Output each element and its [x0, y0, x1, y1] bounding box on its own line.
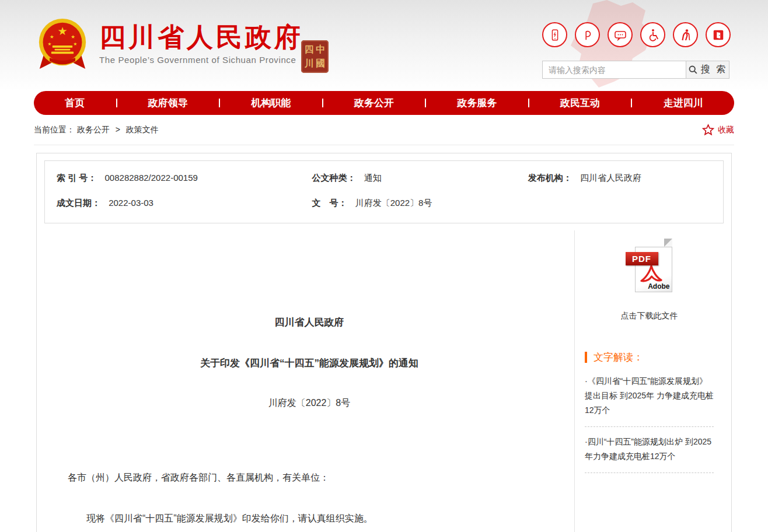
- meta-publisher: 发布机构： 四川省人民政府: [528, 173, 711, 184]
- accessibility-wheelchair-icon[interactable]: [640, 22, 665, 47]
- svg-text:★: ★: [74, 41, 78, 47]
- svg-text:★: ★: [48, 41, 52, 47]
- search-button[interactable]: 搜 索: [686, 61, 729, 78]
- nav-item-government-affairs[interactable]: 政务公开: [354, 96, 394, 110]
- meta-issue-date: 成文日期： 2022-03-03: [57, 198, 312, 209]
- meta-label: 公文种类：: [312, 173, 356, 183]
- svg-text:★: ★: [50, 34, 54, 40]
- pdf-fold-corner: [664, 239, 672, 247]
- document-body: 四川省人民政府 关于印发《四川省“十四五”能源发展规划》的通知 川府发〔2022…: [44, 230, 574, 532]
- nav-item-institutional-functions[interactable]: 机构职能: [251, 96, 291, 110]
- text-interpretation-heading: 文字解读：: [585, 352, 714, 363]
- main-navigation: 首页 政府领导 机构职能 政务公开 政务服务 政民互动 走进四川: [34, 91, 734, 115]
- meta-index-number: 索 引 号： 008282882/2022-00159: [57, 173, 312, 184]
- pdf-file-icon[interactable]: PDF Adobe: [626, 247, 673, 292]
- search-icon: [688, 65, 698, 75]
- breadcrumb-prefix: 当前位置：: [34, 125, 75, 134]
- nav-separator: [528, 99, 529, 107]
- site-subtitle: The People’s Government of Sichuan Provi…: [99, 55, 303, 65]
- mobile-app-icon[interactable]: [542, 22, 567, 47]
- meta-document-type: 公文种类： 通知: [312, 173, 528, 184]
- search-bar: 搜 索: [542, 61, 729, 79]
- meta-label: 成文日期：: [57, 198, 100, 208]
- search-input[interactable]: [543, 61, 686, 78]
- breadcrumb-separator: >: [116, 125, 120, 134]
- document-meta-table: 索 引 号： 008282882/2022-00159 公文种类： 通知 发布机…: [44, 160, 724, 223]
- nav-item-government-leaders[interactable]: 政府领导: [148, 96, 188, 110]
- meta-value: 2022-03-03: [109, 198, 153, 208]
- document-title: 关于印发《四川省“十四五”能源发展规划》的通知: [68, 356, 551, 370]
- nav-item-home[interactable]: 首页: [65, 96, 85, 110]
- site-title-block: 四川省人民政府 The People’s Government of Sichu…: [99, 18, 303, 65]
- seal-char: 國: [316, 59, 325, 68]
- search-button-label: 搜 索: [701, 64, 727, 76]
- sidebar: PDF Adobe 点击下载此文件 文字解读： ·《四川省“十四五”能源发展规划…: [574, 230, 724, 532]
- breadcrumb-row: 当前位置： 政务公开 > 政策文件 收藏: [34, 115, 734, 145]
- nav-item-government-services[interactable]: 政务服务: [458, 96, 497, 110]
- national-emblem-logo: ★ ★ ★ ★ ★: [37, 18, 88, 71]
- site-branding: ★ ★ ★ ★ ★ 四川省人民政府 The People’s Governmen…: [37, 18, 303, 71]
- breadcrumb-item-government-affairs[interactable]: 政务公开: [77, 125, 110, 134]
- quick-access-icons: [542, 22, 731, 47]
- nav-separator: [322, 99, 323, 107]
- meta-value: 川府发〔2022〕8号: [355, 198, 432, 208]
- content-row: 四川省人民政府 关于印发《四川省“十四五”能源发展规划》的通知 川府发〔2022…: [44, 230, 724, 532]
- meta-value: 通知: [364, 173, 382, 183]
- china-sichuan-seal: 四 中 川 國: [301, 40, 329, 73]
- meta-label: 发布机构：: [528, 173, 572, 183]
- elderly-mode-icon[interactable]: [673, 22, 698, 47]
- meta-document-number: 文 号： 川府发〔2022〕8号: [312, 198, 528, 209]
- meta-label: 索 引 号：: [57, 173, 96, 183]
- meta-value: 008282882/2022-00159: [105, 173, 198, 183]
- seal-char: 四: [305, 45, 314, 54]
- seal-char: 川: [305, 59, 314, 68]
- adobe-brand-label: Adobe: [648, 282, 669, 290]
- nav-separator: [116, 99, 117, 107]
- interpretation-link[interactable]: ·《四川省“十四五”能源发展规划》提出目标 到2025年 力争建成充电桩12万个: [585, 366, 714, 427]
- pdf-banner-label: PDF: [626, 252, 658, 265]
- nav-item-public-interaction[interactable]: 政民互动: [560, 96, 600, 110]
- favorite-label: 收藏: [718, 125, 734, 135]
- breadcrumb: 当前位置： 政务公开 > 政策文件: [34, 125, 159, 135]
- favorite-button[interactable]: 收藏: [702, 124, 734, 136]
- star-icon: [702, 124, 714, 136]
- exit-door-icon[interactable]: [706, 22, 731, 47]
- document-issuer-title: 四川省人民政府: [68, 316, 551, 329]
- site-header: ★ ★ ★ ★ ★ 四川省人民政府 The People’s Governmen…: [0, 0, 768, 91]
- seal-char: 中: [316, 45, 325, 54]
- svg-text:★: ★: [71, 34, 75, 40]
- document-paragraph: 各市（州）人民政府，省政府各部门、各直属机构，有关单位：: [68, 470, 551, 485]
- interpretation-link[interactable]: ·四川“十四五”能源规划出炉 到2025年力争建成充电桩12万个: [585, 427, 714, 473]
- nav-separator: [219, 99, 220, 107]
- meta-label: 文 号：: [312, 198, 347, 208]
- site-title: 四川省人民政府: [99, 23, 303, 51]
- document-number: 川府发〔2022〕8号: [68, 397, 551, 410]
- document-container: 索 引 号： 008282882/2022-00159 公文种类： 通知 发布机…: [36, 153, 732, 532]
- nav-item-about-sichuan[interactable]: 走进四川: [664, 96, 703, 110]
- media-p-badge-icon[interactable]: [575, 22, 600, 47]
- document-paragraph: 现将《四川省“十四五”能源发展规划》印发给你们，请认真组织实施。: [68, 511, 551, 526]
- nav-separator: [631, 99, 632, 107]
- interpretation-link-list: ·《四川省“十四五”能源发展规划》提出目标 到2025年 力争建成充电桩12万个…: [585, 366, 714, 473]
- message-bubble-icon[interactable]: [608, 22, 633, 47]
- breadcrumb-item-policy-documents[interactable]: 政策文件: [126, 125, 159, 134]
- download-file-link[interactable]: 点击下载此文件: [585, 311, 714, 321]
- svg-text:★: ★: [57, 25, 67, 37]
- nav-separator: [425, 99, 426, 107]
- meta-value: 四川省人民政府: [580, 173, 641, 183]
